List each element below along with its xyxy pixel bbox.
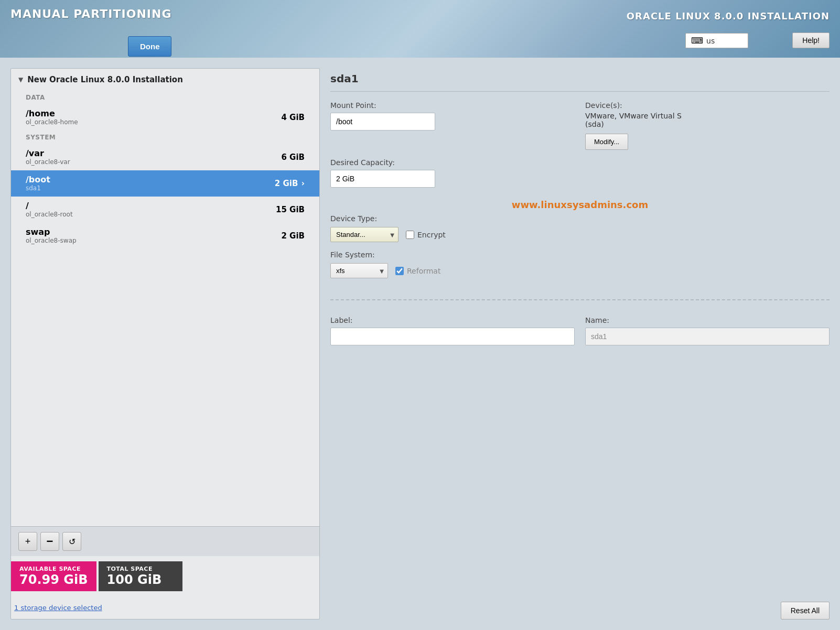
partition-item-root[interactable]: / ol_oracle8-root 15 GiB bbox=[11, 197, 319, 223]
partition-item-swap-left: swap ol_oracle8-swap bbox=[26, 227, 77, 244]
partition-name-var: /var bbox=[26, 148, 70, 158]
install-group-label: New Oracle Linux 8.0.0 Installation bbox=[27, 75, 183, 84]
name-input[interactable] bbox=[585, 328, 830, 345]
partition-item-boot-left: /boot sda1 bbox=[26, 175, 50, 192]
watermark: www.linuxsysadmins.com bbox=[330, 199, 830, 210]
partition-name-swap: swap bbox=[26, 227, 77, 237]
partition-name-home: /home bbox=[26, 108, 78, 118]
partition-item-var[interactable]: /var ol_oracle8-var 6 GiB bbox=[11, 144, 319, 170]
available-space-label: AVAILABLE SPACE bbox=[19, 566, 88, 572]
partition-detail-title: sda1 bbox=[330, 68, 830, 92]
reset-all-button[interactable]: Reset All bbox=[781, 602, 830, 620]
total-space-value: 100 GiB bbox=[107, 572, 174, 587]
left-panel: ▼ New Oracle Linux 8.0.0 Installation DA… bbox=[10, 68, 320, 620]
total-space-block: TOTAL SPACE 100 GiB bbox=[99, 561, 182, 591]
section-label-data: DATA bbox=[11, 91, 319, 104]
partition-list: ▼ New Oracle Linux 8.0.0 Installation DA… bbox=[11, 69, 319, 526]
device-type-section: Device Type: Standar... LVM LVM Thin Pro… bbox=[330, 214, 830, 242]
device-type-select[interactable]: Standar... LVM LVM Thin Provisioning bbox=[330, 227, 399, 242]
available-space-value: 70.99 GiB bbox=[19, 572, 88, 587]
selected-arrow-icon: › bbox=[301, 178, 305, 188]
section-label-system: SYSTEM bbox=[11, 131, 319, 144]
label-input[interactable] bbox=[330, 328, 575, 345]
partition-name-root: / bbox=[26, 201, 73, 211]
partition-item-var-left: /var ol_oracle8-var bbox=[26, 148, 70, 166]
keyboard-widget[interactable]: ⌨ us bbox=[685, 33, 748, 48]
reformat-label: Reformat bbox=[407, 267, 440, 275]
partition-item-home-left: /home ol_oracle8-home bbox=[26, 108, 78, 126]
encrypt-checkbox[interactable] bbox=[406, 231, 414, 239]
space-bar: AVAILABLE SPACE 70.99 GiB TOTAL SPACE 10… bbox=[11, 556, 319, 596]
file-system-select[interactable]: xfs ext4 ext3 ext2 vfat swap biosboot bbox=[330, 263, 388, 278]
mount-point-group: Mount Point: bbox=[330, 101, 575, 150]
devices-value: VMware, VMware Virtual S(sda) bbox=[585, 112, 830, 128]
partition-item-boot[interactable]: /boot sda1 2 GiB › bbox=[11, 170, 319, 197]
storage-device-link[interactable]: 1 storage device selected bbox=[14, 602, 319, 614]
done-button[interactable]: Done bbox=[128, 36, 172, 57]
name-field-label: Name: bbox=[585, 316, 830, 324]
device-type-select-wrapper: Standar... LVM LVM Thin Provisioning ▼ bbox=[330, 227, 399, 242]
partition-size-root: 15 GiB bbox=[276, 205, 305, 214]
expand-arrow-icon: ▼ bbox=[18, 76, 23, 83]
page-title: MANUAL PARTITIONING bbox=[10, 7, 171, 20]
file-system-row: xfs ext4 ext3 ext2 vfat swap biosboot ▼ … bbox=[330, 263, 830, 278]
desired-capacity-label: Desired Capacity: bbox=[330, 158, 830, 167]
devices-section: Device(s): VMware, VMware Virtual S(sda)… bbox=[585, 101, 830, 150]
available-space-block: AVAILABLE SPACE 70.99 GiB bbox=[11, 561, 96, 591]
keyboard-icon: ⌨ bbox=[691, 36, 703, 46]
header: MANUAL PARTITIONING Done ORACLE LINUX 8.… bbox=[0, 0, 840, 58]
partition-size-home: 4 GiB bbox=[281, 113, 305, 122]
reformat-row: Reformat bbox=[395, 267, 440, 275]
main-content: ▼ New Oracle Linux 8.0.0 Installation DA… bbox=[0, 58, 840, 630]
device-type-row: Standar... LVM LVM Thin Provisioning ▼ E… bbox=[330, 227, 830, 242]
partition-size-var: 6 GiB bbox=[281, 153, 305, 162]
name-group: Name: bbox=[585, 316, 830, 345]
modify-button[interactable]: Modify... bbox=[585, 134, 628, 150]
remove-partition-button[interactable]: − bbox=[40, 532, 59, 551]
refresh-button[interactable]: ↺ bbox=[62, 532, 81, 551]
mount-devices-section: Mount Point: Device(s): VMware, VMware V… bbox=[330, 101, 830, 150]
partition-sub-boot: sda1 bbox=[26, 184, 50, 192]
mount-point-input[interactable] bbox=[330, 113, 435, 131]
file-system-label: File System: bbox=[330, 251, 375, 259]
label-field-label: Label: bbox=[330, 316, 575, 324]
partition-sub-var: ol_oracle8-var bbox=[26, 158, 70, 166]
encrypt-row: Encrypt bbox=[406, 231, 446, 239]
devices-label: Device(s): bbox=[585, 101, 830, 110]
divider bbox=[330, 299, 830, 300]
label-group: Label: bbox=[330, 316, 575, 345]
partition-item-swap[interactable]: swap ol_oracle8-swap 2 GiB bbox=[11, 223, 319, 249]
left-toolbar: + − ↺ bbox=[11, 526, 319, 556]
label-name-section: Label: Name: bbox=[330, 316, 830, 345]
desired-capacity-group: Desired Capacity: bbox=[330, 158, 830, 188]
install-group-header[interactable]: ▼ New Oracle Linux 8.0.0 Installation bbox=[11, 69, 319, 91]
add-partition-button[interactable]: + bbox=[18, 532, 37, 551]
encrypt-label: Encrypt bbox=[417, 231, 446, 239]
reformat-checkbox[interactable] bbox=[395, 267, 404, 275]
partition-item-home[interactable]: /home ol_oracle8-home 4 GiB bbox=[11, 104, 319, 131]
partition-sub-root: ol_oracle8-root bbox=[26, 211, 73, 218]
file-system-section: File System: xfs ext4 ext3 ext2 vfat swa… bbox=[330, 251, 830, 278]
file-system-select-wrapper: xfs ext4 ext3 ext2 vfat swap biosboot ▼ bbox=[330, 263, 388, 278]
partition-sub-swap: ol_oracle8-swap bbox=[26, 237, 77, 244]
help-button[interactable]: Help! bbox=[792, 32, 830, 48]
right-panel: sda1 Mount Point: Device(s): VMware, VMw… bbox=[330, 68, 830, 620]
bottom-bar: Reset All bbox=[330, 596, 830, 620]
desired-capacity-input[interactable] bbox=[330, 170, 435, 188]
partition-size-boot: 2 GiB › bbox=[275, 178, 305, 188]
partition-size-swap: 2 GiB bbox=[281, 231, 305, 241]
partition-sub-home: ol_oracle8-home bbox=[26, 118, 78, 126]
partition-item-root-left: / ol_oracle8-root bbox=[26, 201, 73, 218]
keyboard-lang: us bbox=[706, 37, 715, 45]
total-space-label: TOTAL SPACE bbox=[107, 566, 174, 572]
device-type-label: Device Type: bbox=[330, 214, 377, 223]
partition-name-boot: /boot bbox=[26, 175, 50, 184]
install-title: ORACLE LINUX 8.0.0 INSTALLATION bbox=[627, 10, 830, 21]
mount-point-label: Mount Point: bbox=[330, 101, 575, 110]
